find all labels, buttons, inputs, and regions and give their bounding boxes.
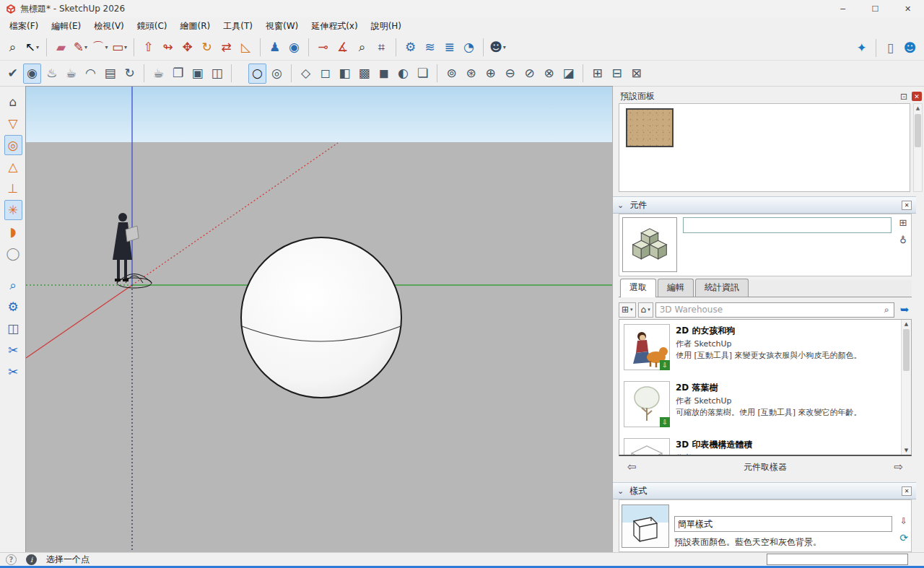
model-settings-icon[interactable]: ⌂ bbox=[4, 92, 22, 112]
instructor-icon[interactable]: i bbox=[26, 554, 37, 565]
dropdown-caret-icon[interactable]: ▾ bbox=[124, 45, 127, 51]
hiddenline-style-icon[interactable]: ◻ bbox=[316, 64, 334, 84]
gear-settings-icon[interactable]: ⚙ bbox=[4, 297, 22, 317]
textured-style-icon[interactable]: ▩ bbox=[355, 64, 373, 84]
scroll-up-icon[interactable]: ▲ bbox=[902, 320, 911, 327]
auto-hide-pin-icon[interactable]: ⊡ bbox=[900, 92, 907, 102]
section-plane-icon[interactable]: ⚙ bbox=[401, 38, 419, 58]
cup-icon[interactable]: ☕ bbox=[149, 64, 167, 84]
menu-camera[interactable]: 鏡頭(C) bbox=[131, 17, 174, 35]
photo-match-icon[interactable]: ▤ bbox=[101, 64, 119, 84]
subtract-icon[interactable]: ⊖ bbox=[501, 64, 519, 84]
section-fill-icon[interactable]: ≣ bbox=[440, 38, 458, 58]
materials-scrollbar[interactable]: ▲ bbox=[913, 103, 923, 192]
sphere-tool-icon[interactable]: ◯ bbox=[4, 243, 22, 263]
sampler-prev-icon[interactable]: ⇦ bbox=[627, 460, 637, 473]
menu-help[interactable]: 說明(H) bbox=[365, 17, 408, 35]
style-name-input[interactable] bbox=[674, 516, 892, 532]
section-display-icon[interactable]: ◔ bbox=[460, 38, 478, 58]
interact-tool-icon[interactable]: ◉ bbox=[23, 64, 41, 84]
account-icon[interactable]: ☻▾ bbox=[489, 38, 507, 58]
eraser-tool-icon[interactable]: ▰ bbox=[52, 38, 70, 58]
shape-tool-icon[interactable]: ▭▾ bbox=[110, 38, 128, 58]
look-around-icon[interactable]: ◉ bbox=[285, 38, 303, 58]
maximize-button[interactable]: ☐ bbox=[859, 0, 892, 17]
dropdown-caret-icon[interactable]: ▾ bbox=[36, 45, 39, 51]
material-thumbnail[interactable] bbox=[626, 108, 674, 147]
slice-icon[interactable]: ◪ bbox=[559, 64, 578, 84]
rotate-tool-icon[interactable]: ↻ bbox=[198, 38, 216, 58]
union-icon[interactable]: ⊕ bbox=[481, 64, 500, 84]
grid-box-icon[interactable]: ⊞ bbox=[588, 64, 606, 84]
flip-tool-icon[interactable]: ⇄ bbox=[217, 38, 235, 58]
warehouse-browse-icon[interactable]: ➥ bbox=[897, 302, 912, 318]
scrollbar-thumb[interactable] bbox=[915, 114, 921, 147]
ai-sparkle-icon[interactable]: ✦ bbox=[853, 38, 871, 58]
spoke-tool-icon[interactable]: ✳ bbox=[4, 200, 22, 220]
lock-box-icon[interactable]: ◫ bbox=[208, 64, 226, 84]
tab-select[interactable]: 選取 bbox=[620, 279, 656, 297]
box-figure-icon[interactable]: ◫ bbox=[4, 318, 22, 338]
component-list-item[interactable]: ⇩ 2D 落葉樹 作者 SketchUp 可縮放的落葉樹。使用 [互動工具] 來… bbox=[619, 377, 911, 434]
image-box-icon[interactable]: ▣ bbox=[188, 64, 206, 84]
menu-file[interactable]: 檔案(F) bbox=[3, 17, 45, 35]
refresh-view-icon[interactable]: ↻ bbox=[121, 64, 139, 84]
close-tray-icon[interactable]: ✕ bbox=[912, 92, 922, 101]
menu-edit[interactable]: 編輯(E) bbox=[45, 17, 87, 35]
kettle-tool-icon[interactable]: ☕ bbox=[62, 64, 80, 84]
followme-tool-icon[interactable]: ↬ bbox=[159, 38, 177, 58]
scale-tool-icon[interactable]: ◺ bbox=[237, 38, 255, 58]
style-thumbnail[interactable] bbox=[622, 504, 669, 548]
protractor-icon[interactable]: ∡ bbox=[334, 38, 352, 58]
collaborate-icon[interactable]: ☻ bbox=[901, 38, 919, 58]
sampler-next-icon[interactable]: ⇨ bbox=[894, 460, 903, 473]
split-icon[interactable]: ⊗ bbox=[540, 64, 558, 84]
cut-tool-icon[interactable]: ✂ bbox=[4, 340, 22, 360]
position-camera-icon[interactable]: ♟ bbox=[266, 38, 284, 58]
section-cut-icon[interactable]: ≋ bbox=[421, 38, 439, 58]
collapse-chevron-icon[interactable]: ⌄ bbox=[617, 486, 624, 496]
pushpull-tool-icon[interactable]: ⇧ bbox=[139, 38, 157, 58]
components-list-scrollbar[interactable]: ▲ ▼ bbox=[901, 320, 911, 455]
components-section-header[interactable]: ⌄ 元件 ✕ bbox=[613, 196, 916, 214]
menu-window[interactable]: 視窗(W) bbox=[259, 17, 305, 35]
pin-tool-icon[interactable]: ⊥ bbox=[4, 178, 22, 198]
menu-draw[interactable]: 繪圖(R) bbox=[174, 17, 217, 35]
menu-extensions[interactable]: 延伸程式(x) bbox=[305, 17, 364, 35]
intersect-icon[interactable]: ⊛ bbox=[462, 64, 480, 84]
measurement-input[interactable] bbox=[767, 554, 908, 565]
pot-tool-icon[interactable]: ♨ bbox=[43, 64, 61, 84]
arc-tool-icon[interactable]: ⌒▾ bbox=[91, 38, 109, 58]
dropdown-caret-icon[interactable]: ▾ bbox=[503, 45, 506, 51]
in-model-button[interactable]: ⌂ ▾ bbox=[638, 302, 653, 318]
style-refresh-icon[interactable]: ⟳ bbox=[899, 532, 908, 543]
menu-tools[interactable]: 工具(T) bbox=[217, 17, 259, 35]
scrollbar-thumb[interactable] bbox=[903, 329, 910, 371]
trim-icon[interactable]: ⊘ bbox=[520, 64, 539, 84]
shell-tool-icon[interactable]: ◗ bbox=[4, 222, 22, 242]
tab-statistics[interactable]: 統計資訊 bbox=[695, 279, 749, 297]
copy-stack-icon[interactable]: ❏ bbox=[414, 64, 432, 84]
cut-alt-tool-icon[interactable]: ✂ bbox=[4, 362, 22, 382]
warehouse-search-input[interactable] bbox=[655, 302, 894, 318]
component-name-input[interactable] bbox=[683, 217, 892, 233]
outer-shell-icon[interactable]: ⊚ bbox=[443, 64, 461, 84]
sphere-model[interactable] bbox=[241, 237, 401, 398]
tab-edit[interactable]: 編輯 bbox=[658, 279, 694, 297]
menu-view[interactable]: 檢視(V) bbox=[87, 17, 131, 35]
cone-tool-icon[interactable]: △ bbox=[4, 157, 22, 177]
xray-style-icon[interactable]: ◐ bbox=[394, 64, 412, 84]
donut-tool-icon[interactable]: ◎ bbox=[4, 135, 22, 155]
line-tool-icon[interactable]: ✎▾ bbox=[71, 38, 90, 58]
close-styles-icon[interactable]: ✕ bbox=[902, 486, 912, 496]
scroll-up-icon[interactable]: ▲ bbox=[914, 104, 922, 111]
minimize-button[interactable]: ─ bbox=[827, 0, 859, 17]
close-components-icon[interactable]: ✕ bbox=[902, 201, 912, 210]
grid-box-minus-icon[interactable]: ⊟ bbox=[608, 64, 626, 84]
component-list-item[interactable]: 3D 印表機構造體積 作者 SketchUp C bbox=[619, 434, 911, 456]
dome-tool-icon[interactable]: ◠ bbox=[82, 64, 100, 84]
collapse-chevron-icon[interactable]: ⌄ bbox=[617, 201, 624, 210]
view-options-button[interactable]: ⊞ ▾ bbox=[619, 302, 636, 318]
shaded-style-icon[interactable]: ◧ bbox=[336, 64, 354, 84]
styles-section-header[interactable]: ⌄ 樣式 ✕ bbox=[613, 482, 916, 499]
